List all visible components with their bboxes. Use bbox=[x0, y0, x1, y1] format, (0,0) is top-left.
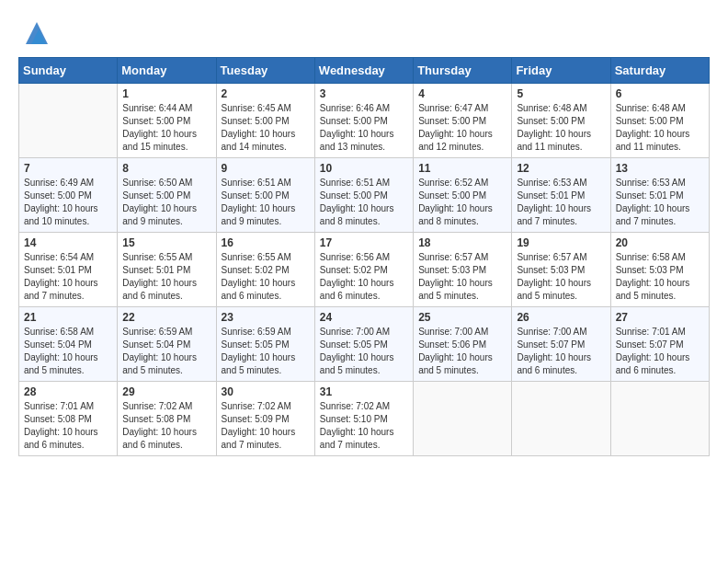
calendar-cell: 16Sunrise: 6:55 AMSunset: 5:02 PMDayligh… bbox=[216, 233, 314, 307]
day-info: Sunrise: 6:46 AMSunset: 5:00 PMDaylight:… bbox=[320, 102, 408, 154]
day-number: 11 bbox=[418, 162, 506, 175]
day-info: Sunrise: 6:53 AMSunset: 5:01 PMDaylight:… bbox=[616, 177, 704, 228]
calendar-week-row: 21Sunrise: 6:58 AMSunset: 5:04 PMDayligh… bbox=[19, 307, 710, 382]
day-number: 21 bbox=[24, 311, 112, 324]
day-info: Sunrise: 6:59 AMSunset: 5:04 PMDaylight:… bbox=[122, 326, 210, 377]
calendar-cell: 20Sunrise: 6:58 AMSunset: 5:03 PMDayligh… bbox=[610, 233, 709, 307]
calendar-cell: 25Sunrise: 7:00 AMSunset: 5:06 PMDayligh… bbox=[414, 307, 512, 382]
calendar-cell: 24Sunrise: 7:00 AMSunset: 5:05 PMDayligh… bbox=[314, 307, 413, 382]
calendar-cell: 29Sunrise: 7:02 AMSunset: 5:08 PMDayligh… bbox=[118, 382, 216, 456]
calendar-cell: 14Sunrise: 6:54 AMSunset: 5:01 PMDayligh… bbox=[19, 233, 118, 307]
day-number: 6 bbox=[616, 87, 704, 100]
day-info: Sunrise: 6:44 AMSunset: 5:00 PMDaylight:… bbox=[122, 102, 210, 154]
day-number: 9 bbox=[222, 162, 310, 175]
weekday-header-thursday: Thursday bbox=[414, 58, 512, 84]
day-number: 24 bbox=[320, 311, 408, 324]
calendar-cell: 18Sunrise: 6:57 AMSunset: 5:03 PMDayligh… bbox=[414, 233, 512, 307]
calendar-cell bbox=[610, 382, 709, 456]
day-number: 4 bbox=[418, 87, 506, 100]
calendar-cell: 30Sunrise: 7:02 AMSunset: 5:09 PMDayligh… bbox=[216, 382, 314, 456]
calendar-cell: 26Sunrise: 7:00 AMSunset: 5:07 PMDayligh… bbox=[512, 307, 610, 382]
calendar-cell: 10Sunrise: 6:51 AMSunset: 5:00 PMDayligh… bbox=[314, 158, 413, 233]
day-info: Sunrise: 7:02 AMSunset: 5:08 PMDaylight:… bbox=[122, 400, 210, 452]
day-info: Sunrise: 7:00 AMSunset: 5:07 PMDaylight:… bbox=[517, 326, 605, 377]
day-number: 28 bbox=[24, 385, 112, 398]
day-number: 13 bbox=[616, 162, 704, 175]
day-number: 29 bbox=[122, 385, 210, 398]
calendar-table: SundayMondayTuesdayWednesdayThursdayFrid… bbox=[18, 57, 710, 456]
day-info: Sunrise: 7:02 AMSunset: 5:09 PMDaylight:… bbox=[222, 400, 310, 452]
calendar-cell: 8Sunrise: 6:50 AMSunset: 5:00 PMDaylight… bbox=[118, 158, 216, 233]
day-number: 26 bbox=[517, 311, 605, 324]
weekday-header-friday: Friday bbox=[512, 58, 610, 84]
page-header bbox=[18, 18, 710, 48]
logo-icon bbox=[22, 18, 51, 48]
day-info: Sunrise: 6:50 AMSunset: 5:00 PMDaylight:… bbox=[122, 177, 210, 228]
day-info: Sunrise: 6:52 AMSunset: 5:00 PMDaylight:… bbox=[418, 177, 506, 228]
day-number: 12 bbox=[517, 162, 605, 175]
weekday-header-wednesday: Wednesday bbox=[314, 58, 413, 84]
day-info: Sunrise: 6:59 AMSunset: 5:05 PMDaylight:… bbox=[222, 326, 310, 377]
day-info: Sunrise: 7:02 AMSunset: 5:10 PMDaylight:… bbox=[320, 400, 408, 452]
day-info: Sunrise: 6:45 AMSunset: 5:00 PMDaylight:… bbox=[222, 102, 310, 154]
calendar-cell: 6Sunrise: 6:48 AMSunset: 5:00 PMDaylight… bbox=[610, 84, 709, 158]
day-number: 25 bbox=[418, 311, 506, 324]
day-number: 19 bbox=[517, 236, 605, 249]
weekday-header-tuesday: Tuesday bbox=[216, 58, 314, 84]
day-number: 23 bbox=[222, 311, 310, 324]
calendar-cell: 12Sunrise: 6:53 AMSunset: 5:01 PMDayligh… bbox=[512, 158, 610, 233]
day-info: Sunrise: 6:54 AMSunset: 5:01 PMDaylight:… bbox=[24, 251, 112, 303]
day-info: Sunrise: 6:55 AMSunset: 5:01 PMDaylight:… bbox=[122, 251, 210, 303]
day-number: 22 bbox=[122, 311, 210, 324]
calendar-cell bbox=[19, 84, 118, 158]
calendar-cell: 5Sunrise: 6:48 AMSunset: 5:00 PMDaylight… bbox=[512, 84, 610, 158]
day-info: Sunrise: 6:51 AMSunset: 5:00 PMDaylight:… bbox=[222, 177, 310, 228]
day-info: Sunrise: 7:00 AMSunset: 5:06 PMDaylight:… bbox=[418, 326, 506, 377]
calendar-week-row: 1Sunrise: 6:44 AMSunset: 5:00 PMDaylight… bbox=[19, 84, 710, 158]
day-number: 7 bbox=[24, 162, 112, 175]
weekday-header-monday: Monday bbox=[118, 58, 216, 84]
weekday-header-saturday: Saturday bbox=[610, 58, 709, 84]
day-info: Sunrise: 6:51 AMSunset: 5:00 PMDaylight:… bbox=[320, 177, 408, 228]
calendar-cell: 27Sunrise: 7:01 AMSunset: 5:07 PMDayligh… bbox=[610, 307, 709, 382]
weekday-header-sunday: Sunday bbox=[19, 58, 118, 84]
calendar-cell: 3Sunrise: 6:46 AMSunset: 5:00 PMDaylight… bbox=[314, 84, 413, 158]
calendar-cell: 17Sunrise: 6:56 AMSunset: 5:02 PMDayligh… bbox=[314, 233, 413, 307]
calendar-cell: 13Sunrise: 6:53 AMSunset: 5:01 PMDayligh… bbox=[610, 158, 709, 233]
calendar-week-row: 14Sunrise: 6:54 AMSunset: 5:01 PMDayligh… bbox=[19, 233, 710, 307]
day-number: 16 bbox=[222, 236, 310, 249]
day-number: 31 bbox=[320, 385, 408, 398]
calendar-cell: 21Sunrise: 6:58 AMSunset: 5:04 PMDayligh… bbox=[19, 307, 118, 382]
day-info: Sunrise: 6:56 AMSunset: 5:02 PMDaylight:… bbox=[320, 251, 408, 303]
day-number: 2 bbox=[222, 87, 310, 100]
day-number: 14 bbox=[24, 236, 112, 249]
calendar-cell: 1Sunrise: 6:44 AMSunset: 5:00 PMDaylight… bbox=[118, 84, 216, 158]
day-info: Sunrise: 6:53 AMSunset: 5:01 PMDaylight:… bbox=[517, 177, 605, 228]
day-number: 30 bbox=[222, 385, 310, 398]
day-info: Sunrise: 6:48 AMSunset: 5:00 PMDaylight:… bbox=[616, 102, 704, 154]
day-number: 1 bbox=[122, 87, 210, 100]
day-number: 15 bbox=[122, 236, 210, 249]
calendar-cell: 4Sunrise: 6:47 AMSunset: 5:00 PMDaylight… bbox=[414, 84, 512, 158]
calendar-cell bbox=[414, 382, 512, 456]
day-number: 10 bbox=[320, 162, 408, 175]
calendar-cell: 2Sunrise: 6:45 AMSunset: 5:00 PMDaylight… bbox=[216, 84, 314, 158]
calendar-cell: 15Sunrise: 6:55 AMSunset: 5:01 PMDayligh… bbox=[118, 233, 216, 307]
day-info: Sunrise: 6:57 AMSunset: 5:03 PMDaylight:… bbox=[517, 251, 605, 303]
day-info: Sunrise: 6:57 AMSunset: 5:03 PMDaylight:… bbox=[418, 251, 506, 303]
day-info: Sunrise: 6:55 AMSunset: 5:02 PMDaylight:… bbox=[222, 251, 310, 303]
day-number: 17 bbox=[320, 236, 408, 249]
calendar-cell: 19Sunrise: 6:57 AMSunset: 5:03 PMDayligh… bbox=[512, 233, 610, 307]
calendar-cell: 28Sunrise: 7:01 AMSunset: 5:08 PMDayligh… bbox=[19, 382, 118, 456]
calendar-cell: 7Sunrise: 6:49 AMSunset: 5:00 PMDaylight… bbox=[19, 158, 118, 233]
calendar-cell: 9Sunrise: 6:51 AMSunset: 5:00 PMDaylight… bbox=[216, 158, 314, 233]
day-number: 8 bbox=[122, 162, 210, 175]
calendar-cell: 22Sunrise: 6:59 AMSunset: 5:04 PMDayligh… bbox=[118, 307, 216, 382]
day-number: 3 bbox=[320, 87, 408, 100]
day-info: Sunrise: 6:58 AMSunset: 5:04 PMDaylight:… bbox=[24, 326, 112, 377]
day-info: Sunrise: 7:00 AMSunset: 5:05 PMDaylight:… bbox=[320, 326, 408, 377]
calendar-week-row: 28Sunrise: 7:01 AMSunset: 5:08 PMDayligh… bbox=[19, 382, 710, 456]
weekday-header-row: SundayMondayTuesdayWednesdayThursdayFrid… bbox=[19, 58, 710, 84]
day-info: Sunrise: 6:48 AMSunset: 5:00 PMDaylight:… bbox=[517, 102, 605, 154]
logo bbox=[18, 18, 51, 48]
